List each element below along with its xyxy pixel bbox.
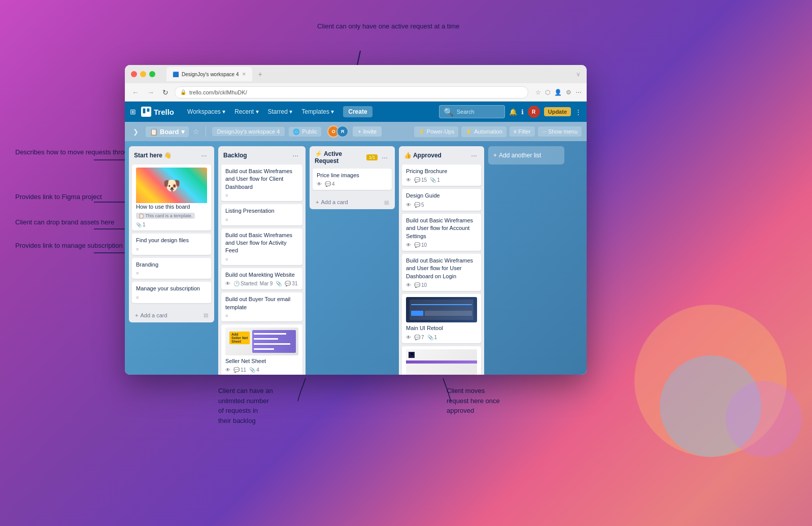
card-price-line-images[interactable]: Price line images 👁 💬 4	[313, 169, 392, 190]
card-image-jake: 🐶	[136, 168, 207, 203]
refresh-button[interactable]: ↻	[160, 87, 171, 97]
card-wireframes-activity[interactable]: Build out Basic Wireframes and User flow…	[221, 228, 302, 265]
templates-menu[interactable]: Templates ▾	[297, 106, 338, 117]
user-icon[interactable]: 👤	[554, 89, 562, 96]
globe-icon: 🌐	[293, 128, 300, 135]
card-find-design-files[interactable]: Find your design files ≡	[132, 234, 211, 254]
retool-thumbnail	[406, 297, 477, 322]
comment-icon-login: 💬	[414, 282, 420, 288]
info-icon[interactable]: ℹ	[521, 108, 524, 116]
card-wireframes-cma[interactable]: ⚑ Build out Basic Wireframes and User fl…	[402, 346, 481, 375]
board-name-button[interactable]: 📋 Board ▾	[146, 126, 189, 137]
trello-logo[interactable]: Trello	[141, 107, 174, 117]
card-branding[interactable]: Branding ≡	[132, 258, 211, 279]
card-buyer-tour-email[interactable]: Build out Buyer Tour email template ≡	[221, 292, 302, 321]
tab-close-icon[interactable]: ✕	[242, 72, 246, 77]
cma-thumbnail: ⚑	[406, 349, 477, 375]
list-active-menu[interactable]: ···	[380, 152, 390, 162]
card-seller-net-sheet[interactable]: AddSeller NetSheet Seller Net Sheet 👁 💬 …	[221, 324, 302, 375]
add-card-active[interactable]: + Add a card ▤	[312, 196, 393, 208]
back-button[interactable]: ←	[130, 87, 141, 97]
card-wireframes-login-title: Build out Basic Wireframes and User flow…	[406, 257, 477, 280]
add-card-start-here[interactable]: + Add a card ▤	[131, 309, 212, 321]
comment-pb: 💬 15	[414, 177, 427, 183]
close-button[interactable]	[131, 71, 137, 77]
card-pricing-brochure[interactable]: Pricing Brochure 👁 💬 15 📎 1	[402, 165, 481, 186]
workspace-badge[interactable]: DesignJoy's workspace 4	[212, 127, 285, 136]
automation-button[interactable]: ⚡ Automation	[461, 126, 506, 137]
card-branding-title: Branding	[136, 261, 207, 269]
list-start-here-menu[interactable]: ···	[199, 150, 209, 160]
description-icon-1: ≡	[136, 247, 207, 252]
card-pricing-brochure-title: Pricing Brochure	[406, 168, 477, 175]
member-avatar-2[interactable]: R	[336, 125, 349, 138]
card-wireframes-account[interactable]: Build out Basic Wireframes and User flow…	[402, 214, 481, 251]
search-bar[interactable]: 🔍 Search	[439, 105, 505, 118]
desc-icon-5: ≡	[225, 217, 298, 222]
new-tab-button[interactable]: +	[258, 70, 262, 78]
list-approved-cards: Pricing Brochure 👁 💬 15 📎 1 Design Guide…	[399, 162, 484, 375]
card-design-guide[interactable]: Design Guide 👁 💬 5	[402, 189, 481, 210]
eye-icon-pb: 👁	[406, 177, 411, 183]
card-manage-subscription[interactable]: Manage your subscription ≡	[132, 282, 211, 303]
more-icon[interactable]: ⋯	[576, 89, 582, 96]
list-approved-menu[interactable]: ···	[469, 150, 479, 160]
recent-menu[interactable]: Recent ▾	[230, 106, 262, 117]
description-icon-3: ≡	[136, 295, 207, 300]
forward-button[interactable]: →	[145, 87, 156, 97]
eye-icon-login: 👁	[406, 282, 411, 288]
filter-button[interactable]: ≡ Filter	[510, 126, 535, 137]
card-retool-meta: 👁 💬 7 📎 1	[406, 335, 477, 340]
board-star-icon[interactable]: ☆	[193, 127, 199, 136]
watch-pli: 👁	[317, 181, 322, 187]
card-pricing-meta: 👁 💬 15 📎 1	[406, 177, 477, 183]
add-another-list[interactable]: + Show menu Add another list	[488, 146, 564, 165]
settings-icon[interactable]: ⚙	[566, 89, 571, 96]
card-marketing-meta: 👁 🕐 Started: Mar 9 📎 💬 31	[225, 281, 298, 286]
show-menu-button[interactable]: ··· Show menu	[538, 126, 582, 137]
card-main-ui-retool[interactable]: Main UI Retool 👁 💬 7 📎 1	[402, 294, 481, 343]
notifications-icon[interactable]: 🔔	[509, 108, 517, 116]
extensions-icon[interactable]: ⬡	[545, 89, 550, 96]
browser-nav: ← → ↻ 🔒 trello.com/b/ckIMhuDK/ ☆ ⬡ 👤 ⚙ ⋯	[125, 83, 587, 102]
list-backlog: Backlog ··· Build out Basic Wireframes a…	[218, 146, 306, 375]
minimize-button[interactable]	[140, 71, 146, 77]
user-avatar[interactable]: R	[528, 106, 540, 118]
list-start-here-title: Start here 👋	[134, 152, 172, 159]
card-wireframes-dashboard[interactable]: Build out Basic Wireframes and User flow…	[221, 165, 302, 201]
tab-title: DesignJoy's workspace 4	[182, 72, 239, 77]
menu-dots-icon[interactable]: ⋮	[575, 108, 582, 116]
browser-collapse-button[interactable]: ∨	[576, 71, 581, 78]
card-how-to-use-title: How to use this board	[136, 203, 207, 211]
workspaces-menu[interactable]: Workspaces ▾	[183, 106, 229, 117]
grid-icon[interactable]: ⊞	[130, 108, 136, 116]
comment-login: 💬 10	[414, 282, 427, 288]
bottom-arrow-2-svg	[435, 376, 466, 401]
comment-retool: 💬 7	[414, 335, 424, 340]
update-button[interactable]: Update	[544, 107, 571, 116]
visibility-button[interactable]: 🌐 Public	[289, 127, 321, 137]
browser-tab[interactable]: 🟦 DesignJoy's workspace 4 ✕	[166, 67, 252, 81]
comment-dg: 💬 5	[414, 202, 424, 208]
invite-button[interactable]: + Invite	[353, 126, 382, 137]
bottom-callout-1: Client can have anunlimited numberof req…	[218, 386, 273, 425]
template-badge: 📋 This card is a template.	[136, 213, 195, 219]
maximize-button[interactable]	[149, 71, 155, 77]
card-template-icon: ▤	[204, 312, 208, 318]
create-button[interactable]: Create	[343, 106, 372, 117]
header-right: 🔍 Search 🔔 ℹ R Update ⋮	[439, 105, 582, 118]
starred-menu[interactable]: Starred ▾	[264, 106, 297, 117]
power-ups-button[interactable]: ⚡ Power-Ups	[414, 126, 458, 137]
list-active-request: ⚡ Active Request 1/1 ··· Price line imag…	[310, 146, 395, 209]
card-marketing-website[interactable]: Build out Marekting Website 👁 🕐 Started:…	[221, 268, 302, 289]
svg-marker-4	[303, 376, 308, 381]
url-text: trello.com/b/ckIMhuDK/	[189, 89, 247, 95]
bookmark-icon[interactable]: ☆	[535, 89, 541, 96]
list-backlog-menu[interactable]: ···	[290, 150, 300, 160]
sidebar-toggle[interactable]: ❯	[130, 126, 142, 137]
address-bar[interactable]: 🔒 trello.com/b/ckIMhuDK/	[175, 86, 528, 98]
board-dropdown-icon: ▾	[181, 128, 185, 136]
card-how-to-use[interactable]: 🐶 How to use this board 📋 This card is a…	[132, 165, 211, 231]
card-listing-presentation[interactable]: Listing Presentation ≡	[221, 204, 302, 225]
card-wireframes-login[interactable]: Build out Basic Wireframes and User flow…	[402, 254, 481, 291]
